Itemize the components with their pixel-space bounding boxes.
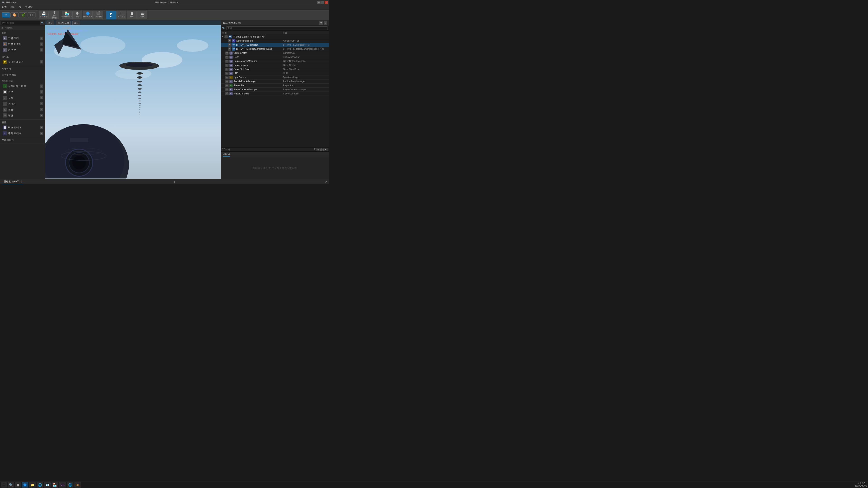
basic-character-add-icon[interactable]: + [40, 42, 43, 46]
save-button[interactable]: 💾 현재 저장 [39, 11, 49, 19]
item-cone[interactable]: △ 원뿔 + [0, 107, 45, 112]
cylinder-add-icon[interactable]: + [40, 102, 43, 105]
pause-button[interactable]: ⏸ 일시정지 [116, 11, 126, 19]
mode-mesh-button[interactable]: ⬡ [28, 12, 36, 18]
airplane-model [45, 27, 90, 57]
box-trigger-add-icon[interactable]: + [40, 126, 43, 129]
outliner-item-1-vis[interactable]: 👁 [228, 43, 231, 46]
outliner-item-6-name: GameSession [234, 64, 283, 66]
settings-button[interactable]: ⚙ 세팅 [72, 11, 82, 19]
mode-place-button[interactable]: ✏ [2, 12, 10, 18]
mode-foliage-button[interactable]: 🌿 [19, 12, 27, 18]
maximize-button[interactable]: □ [321, 1, 324, 4]
vp-show-btn[interactable]: 표시 [72, 21, 80, 25]
sphere-add-icon[interactable]: + [40, 96, 43, 99]
outliner-eye-icon[interactable]: 👁 [313, 148, 316, 151]
outliner-item-1[interactable]: 👁 BP BP_MyFPSCharacter BP_MyFPSCharacter… [221, 43, 329, 47]
outliner-item-4-vis[interactable]: 👁 [225, 56, 228, 59]
marketplace-label: 마켓플레이스 [61, 16, 72, 18]
outliner-item-3[interactable]: 👁 C CameraActor CameraActor [221, 51, 329, 55]
outliner-item-0-vis[interactable]: 👁 [228, 39, 231, 42]
cb-close-btn[interactable]: ✕ [325, 180, 327, 184]
outliner-root-vis[interactable]: 👁 [224, 35, 228, 38]
outliner-item-3-type: CameraActor [283, 52, 328, 54]
outliner-item-13[interactable]: 👁 C PlayerController PlayerController [221, 92, 329, 96]
outliner-options-icon[interactable]: ≡ [324, 21, 327, 25]
outliner-item-6[interactable]: 👁 G GameSession GameSession [221, 63, 329, 67]
marketplace-button[interactable]: 🏪 마켓플레이스 [62, 11, 72, 19]
outliner-item-6-vis[interactable]: 👁 [225, 64, 228, 67]
outliner-item-8-vis[interactable]: 👁 [225, 72, 228, 75]
outliner-item-9[interactable]: 👁 L Light Source DirectionalLight [221, 75, 329, 79]
outliner-item-12[interactable]: 👁 C PlayerCameraManager PlayerCameraMana… [221, 88, 329, 92]
item-box-trigger[interactable]: ⬜ 박스 트리거 + [0, 125, 45, 130]
sphere-trigger-add-icon[interactable]: + [40, 132, 43, 135]
outliner-item-7-vis[interactable]: 👁 [225, 68, 228, 71]
vp-lit-btn[interactable]: 라이팅포함 [56, 21, 70, 25]
point-light-add-icon[interactable]: + [40, 60, 43, 64]
eject-button[interactable]: ⏏ 탈출 [137, 11, 147, 19]
item-player-start[interactable]: ▷ 플레이어 스타트 + [0, 83, 45, 89]
blueprints-icon: 🔷 [86, 12, 90, 15]
details-tab[interactable]: 디테일 [223, 152, 230, 157]
outliner-item-13-vis[interactable]: 👁 [225, 92, 228, 95]
viewport-container[interactable]: 원근 라이팅포함 표시 [45, 20, 221, 179]
menu-help[interactable]: 도움말 [24, 5, 33, 9]
plane-add-icon[interactable]: + [40, 114, 43, 117]
item-cylinder[interactable]: ◯ 원기둥 + [0, 101, 45, 107]
item-plane[interactable]: ▭ 평면 + [0, 112, 45, 119]
item-basic-character[interactable]: 🧍 기본 캐릭터 + [0, 41, 45, 47]
player-start-add-icon[interactable]: + [40, 85, 43, 88]
outliner-item-2-vis[interactable]: 👁 [228, 47, 231, 51]
mode-paint-button[interactable]: 🎨 [10, 12, 19, 18]
close-button[interactable]: ✕ [324, 1, 328, 4]
content-browser-tab[interactable]: 콘텐츠 브라우저 [2, 180, 24, 184]
blueprints-button[interactable]: 🔷 블루프린트 [83, 11, 93, 19]
menu-file[interactable]: 파일 [1, 5, 8, 9]
outliner-item-7[interactable]: 👁 G GameStateBase GameStateBase [221, 67, 329, 71]
item-point-light[interactable]: 💡 포인트 라이트 + [0, 59, 45, 65]
ufo-disc [119, 62, 160, 71]
item-basic-pawn[interactable]: P 기본 폰 + [0, 47, 45, 53]
cube-add-icon[interactable]: + [40, 90, 43, 94]
outliner-view-options-btn[interactable]: 부 옵션▼ [316, 148, 328, 151]
item-cube[interactable]: ⬜ 큐브 + [0, 89, 45, 95]
minimize-button[interactable]: ─ [317, 1, 320, 4]
outliner-item-4[interactable]: 👁 S Floor StaticMeshActor [221, 55, 329, 59]
cinematics-button[interactable]: 🎬 시네마틱 [93, 11, 103, 19]
stop-button[interactable]: ⏹ 중지 [127, 11, 137, 19]
outliner-item-4-type: StaticMeshActor [283, 56, 328, 58]
basic-actor-add-icon[interactable]: + [40, 37, 43, 40]
outliner-item-12-vis[interactable]: 👁 [225, 88, 228, 91]
outliner-item-11-vis[interactable]: 👁 [225, 84, 228, 87]
outliner-item-2[interactable]: 👁 BP BP_MyFPSProjectGameModeBase BP_MyFP… [221, 47, 329, 51]
cb-expand-btn[interactable]: ⬆ [173, 180, 176, 184]
outliner-item-2-name: BP_MyFPSProjectGameModeBase [236, 48, 283, 50]
outliner-item-10-vis[interactable]: 👁 [225, 80, 228, 83]
play-button[interactable]: ▶ ▶ [106, 11, 116, 19]
item-sphere[interactable]: ○ 구체 + [0, 95, 45, 101]
outliner-item-0[interactable]: 👁 F AtmosphericFog AtmosphericFog [221, 39, 329, 43]
sphere-label: 구체 [8, 96, 13, 100]
menu-edit[interactable]: 편집 [9, 5, 16, 9]
cone-add-icon[interactable]: + [40, 108, 43, 111]
viewport-canvas[interactable]: 마우스 커서는 Shift+F1 Hello World, this is FP… [45, 20, 221, 179]
outliner-item-11[interactable]: 👁 P Player Start PlayerStart [221, 84, 329, 88]
vp-perspective-btn[interactable]: 원근 [46, 21, 54, 25]
outliner-item-8[interactable]: 👁 H HUD HUD [221, 71, 329, 75]
menu-window[interactable]: 창 [18, 5, 22, 9]
outliner-item-10[interactable]: 👁 P ParticleEventManager ParticleEventMa… [221, 79, 329, 84]
outliner-item-1-name: BP_MyFPSCharacter [236, 43, 283, 46]
basic-pawn-add-icon[interactable]: + [40, 48, 43, 52]
source-control-button[interactable]: ⬆ 소스컨트롤 [49, 11, 59, 19]
outliner-vis-icon[interactable]: 👁 [319, 21, 323, 25]
outliner-search-input[interactable] [226, 26, 328, 30]
outliner-root[interactable]: ▼ 👁 🗺 FPSMap (아웃라이너에 올리기) [221, 35, 329, 39]
outliner-item-5[interactable]: 👁 G GameNetworkManager GameNetworkManage… [221, 59, 329, 63]
item-basic-actor[interactable]: A 기본 액터 + [0, 35, 45, 41]
outliner-item-9-vis[interactable]: 👁 [225, 76, 228, 79]
outliner-item-3-vis[interactable]: 👁 [225, 52, 228, 55]
outliner-item-5-vis[interactable]: 👁 [225, 60, 228, 63]
item-sphere-trigger[interactable]: ○ 구체 트리거 + [0, 130, 45, 136]
search-input[interactable] [1, 21, 40, 25]
